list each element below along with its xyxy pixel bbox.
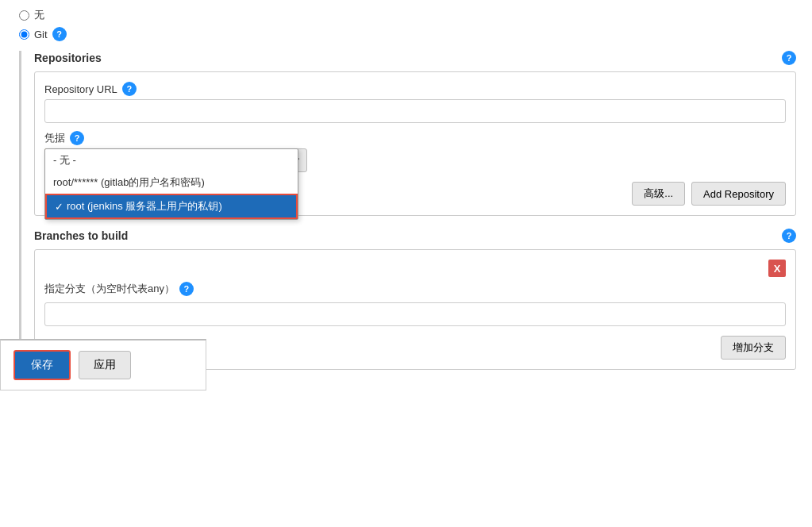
branches-help-icon[interactable]: ? — [782, 229, 796, 243]
repositories-help-icon[interactable]: ? — [782, 51, 796, 65]
git-section: Repositories ? Repository URL ? git@gite… — [19, 51, 796, 370]
credentials-group: 凭据 ? root (jenkins 服务器上用户的私钥) ▼ — [44, 131, 786, 172]
credentials-dropdown[interactable]: root (jenkins 服务器上用户的私钥) ▼ - 无 - root/**… — [44, 148, 226, 172]
credentials-dropdown-menu: - 无 - root/****** (gitlab的用户名和密码) ✓ root… — [44, 148, 298, 220]
dropdown-option-root-gitlab[interactable]: root/****** (gitlab的用户名和密码) — [45, 171, 298, 194]
repo-url-group: Repository URL ? git@gitee.com:xiguatian… — [44, 82, 786, 123]
radio-git[interactable]: Git ? — [19, 27, 796, 41]
source-control-options: 无 Git ? — [16, 8, 796, 41]
radio-git-input[interactable] — [19, 29, 29, 40]
radio-none-label: 无 — [34, 8, 44, 22]
radio-none[interactable]: 无 — [19, 8, 796, 22]
credentials-row: root (jenkins 服务器上用户的私钥) ▼ - 无 - root/**… — [44, 148, 786, 172]
branch-delete-row: X — [44, 260, 786, 277]
apply-button[interactable]: 应用 — [79, 351, 131, 379]
option-gitlab-text: root/****** (gitlab的用户名和密码) — [53, 175, 205, 190]
dropdown-option-none[interactable]: - 无 - — [45, 149, 298, 171]
delete-branch-button[interactable]: X — [768, 260, 786, 277]
credentials-label: 凭据 — [44, 131, 65, 145]
dropdown-option-root-jenkins[interactable]: ✓ root (jenkins 服务器上用户的私钥) — [45, 194, 298, 219]
repositories-section: Repository URL ? git@gitee.com:xiguatian… — [34, 71, 796, 216]
repo-url-label-row: Repository URL ? — [44, 82, 786, 96]
add-repository-button[interactable]: Add Repository — [691, 182, 786, 206]
git-help-icon[interactable]: ? — [52, 27, 67, 41]
branch-input[interactable]: */master — [44, 302, 786, 326]
branch-field-help-icon[interactable]: ? — [179, 282, 194, 296]
repo-url-input[interactable]: git@gitee.com:xiguatian/simple-java-mave… — [44, 99, 786, 123]
checkmark-icon: ✓ — [55, 201, 63, 213]
radio-git-label: Git — [34, 29, 48, 40]
credentials-label-row: 凭据 ? — [44, 131, 786, 145]
credentials-help-icon[interactable]: ? — [70, 131, 84, 145]
branch-field-label-row: 指定分支（为空时代表any） ? — [44, 282, 786, 296]
repositories-title: Repositories — [34, 52, 102, 64]
add-branch-button[interactable]: 增加分支 — [721, 336, 786, 360]
advanced-button[interactable]: 高级... — [632, 182, 685, 206]
branch-field-label: 指定分支（为空时代表any） — [44, 282, 175, 296]
branches-header: Branches to build ? — [34, 229, 796, 243]
radio-none-input[interactable] — [19, 10, 29, 21]
bottom-bar: 保存 应用 — [0, 339, 206, 390]
repositories-header: Repositories ? — [34, 51, 796, 65]
save-button[interactable]: 保存 — [13, 350, 71, 380]
repo-url-help-icon[interactable]: ? — [122, 82, 137, 96]
option-jenkins-text: root (jenkins 服务器上用户的私钥) — [67, 199, 222, 213]
branches-title: Branches to build — [34, 229, 128, 242]
option-none-text: - 无 - — [53, 153, 76, 167]
repo-url-label: Repository URL — [44, 83, 117, 95]
